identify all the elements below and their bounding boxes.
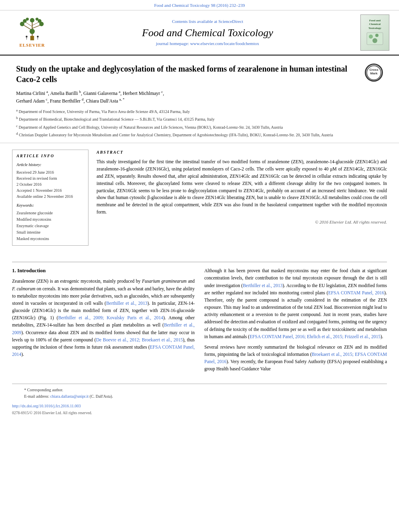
intro-paragraph-1: Zearalenone (ZEN) is an estrogenic mycot… [12,277,195,358]
affiliation-b: b Department of Biomedical, Biotechnolog… [16,115,383,122]
issn-line: 0278-6915/© 2016 Elsevier Ltd. All right… [12,411,92,415]
received-date: Received 29 June 2016 [16,169,84,175]
doi-url[interactable]: http://dx.doi.org/10.1016/j.fct.2016.11.… [12,404,81,408]
keyword-5: Masked mycotoxins [16,236,84,242]
intro-paragraph-2: Although it has been proven that masked … [204,267,387,340]
article-title: Study on the uptake and deglycosylation … [16,64,383,84]
contents-available: Contents lists available at ScienceDirec… [56,18,359,25]
journal-main-title: Food and Chemical Toxicology [56,27,359,39]
email-line: E-mail address: chiara.dallasta@unipr.it… [24,394,375,399]
authors: Martina Cirlini a, Amelia Barilli b, Gia… [16,89,383,105]
svg-point-12 [35,18,38,21]
svg-point-13 [30,29,35,34]
header-section: ELSEVIER Contents lists available at Sci… [0,10,399,55]
svg-rect-0 [30,36,34,40]
journal-title-center: Contents lists available at ScienceDirec… [56,18,359,47]
available-date: Available online 2 November 2016 [16,193,84,199]
footnote-section: * Corresponding author. E-mail address: … [12,384,387,399]
svg-point-14 [26,35,28,37]
svg-text:Cross: Cross [369,68,378,72]
keyword-4: Small intestine [16,229,84,236]
journal-cover-img: Food andChemicalToxicology [359,14,391,51]
journal-top-bar: Food and Chemical Toxicology 98 (2016) 2… [0,0,399,10]
intro-section-title: 1. Introduction [12,267,195,274]
article-info-box: Article info Article history: Received 2… [12,150,88,246]
elsevier-tree-icon [14,17,50,41]
elsevier-logo: ELSEVIER [8,17,56,48]
article-header: Cross Mark Study on the uptake and degly… [0,55,399,143]
journal-cover-box: Food andChemicalToxicology [360,14,389,51]
copyright-line: © 2016 Elsevier Ltd. All rights reserved… [97,219,387,225]
cover-graphic [365,31,385,47]
keywords-section: Keywords: Zearalenone glucoside Modified… [16,203,84,242]
affiliation-c: c Department of Applied Genetics and Cel… [16,123,383,130]
elsevier-brand-text: ELSEVIER [19,42,45,48]
keywords-title: Keywords: [16,203,84,208]
svg-point-20 [375,34,378,37]
history-title: Article history: [16,162,84,168]
abstract-text: This study investigated for the first ti… [97,158,387,216]
keyword-2: Modified mycotoxins [16,216,84,223]
body-content: 1. Introduction Zearalenone (ZEN) is an … [0,267,399,384]
main-content: Article info Article history: Received 2… [0,143,399,257]
affiliation-d: d Christian Doppler Laboratory for Mycot… [16,131,383,138]
received-revised-date: 2 October 2016 [16,181,84,187]
cover-title-text: Food andChemicalToxicology [368,19,381,31]
intro-paragraph-3: Several reviews have recently summarized… [204,343,387,373]
svg-point-10 [30,18,34,23]
crossmark-icon: Cross Mark [365,64,383,82]
page-wrapper: Food and Chemical Toxicology 98 (2016) 2… [0,0,399,420]
svg-point-19 [369,35,373,39]
right-column: Abstract This study investigated for the… [97,150,387,251]
svg-point-21 [372,38,377,43]
accepted-date: Accepted 1 November 2016 [16,187,84,193]
received-revised-label: Received in revised form [16,175,84,181]
doi-section: http://dx.doi.org/10.1016/j.fct.2016.11.… [0,400,399,411]
journal-citation: Food and Chemical Toxicology 98 (2016) 2… [154,3,245,8]
keyword-1: Zearalenone glucoside [16,210,84,216]
abstract-section: Abstract This study investigated for the… [97,150,387,225]
doi-bottom: 0278-6915/© 2016 Elsevier Ltd. All right… [0,411,399,420]
corresponding-author-label: * Corresponding author. [24,387,375,393]
svg-text:Mark: Mark [370,72,378,75]
author-email[interactable]: chiara.dallasta@unipr.it [50,394,88,398]
abstract-heading: Abstract [97,150,387,155]
crossmark-container: Cross Mark [365,64,383,82]
journal-homepage: journal homepage: www.elsevier.com/locat… [56,41,359,47]
svg-point-11 [26,18,29,21]
body-left: 1. Introduction Zearalenone (ZEN) is an … [12,267,195,376]
left-column: Article info Article history: Received 2… [12,150,88,251]
article-info-title: Article info [16,153,84,159]
svg-point-16 [37,35,39,37]
body-right: Although it has been proven that masked … [204,267,387,376]
affiliation-a: a Department of Food Science, University… [16,108,383,115]
section-divider [12,262,387,262]
affiliations: a Department of Food Science, University… [16,108,383,138]
keyword-3: Enzymatic cleavage [16,223,84,229]
